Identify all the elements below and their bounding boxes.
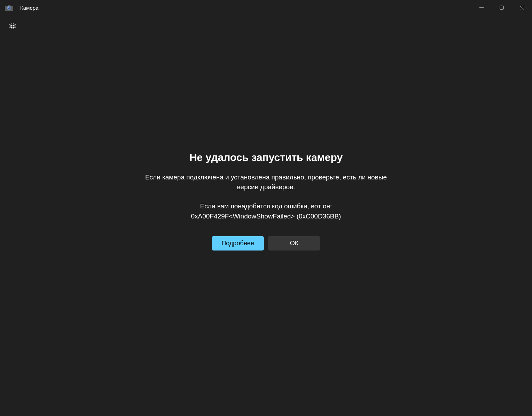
error-code-intro: Если вам понадобится код ошибки, вот он: bbox=[200, 201, 332, 211]
ok-button[interactable]: ОК bbox=[268, 236, 320, 251]
button-row: Подробнее ОК bbox=[212, 236, 320, 251]
error-description: Если камера подключена и установлена пра… bbox=[141, 172, 391, 192]
details-button[interactable]: Подробнее bbox=[212, 236, 264, 251]
error-content: Не удалось запустить камеру Если камера … bbox=[0, 0, 532, 416]
error-heading: Не удалось запустить камеру bbox=[189, 152, 343, 163]
error-code: 0xA00F429F<WindowShowFailed> (0xC00D36BB… bbox=[191, 213, 341, 220]
